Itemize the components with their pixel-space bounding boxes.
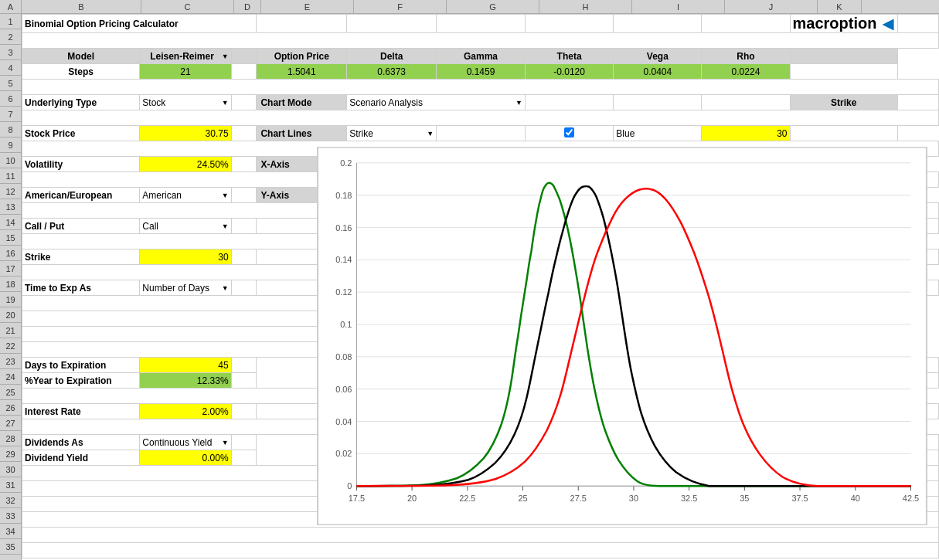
- chart-area: 0 0.02 0.04 0.06 0.08 0.1 0.12 0.14 0.16…: [317, 147, 927, 525]
- empty-f1: [437, 15, 526, 33]
- empty-row17: [22, 265, 347, 280]
- callput-value: Call: [142, 221, 158, 232]
- svg-text:40: 40: [851, 494, 860, 503]
- svg-text:42.5: 42.5: [903, 494, 919, 503]
- row-num-9: 9: [0, 137, 21, 153]
- svg-text:0.12: 0.12: [335, 287, 352, 297]
- row-num-16: 16: [0, 246, 21, 261]
- callput-dropdown[interactable]: Call ▼: [140, 219, 231, 234]
- row-num-7: 7: [0, 107, 21, 122]
- chart-lines-value: Strike: [349, 128, 373, 139]
- model-value: Leisen-Reimer: [150, 51, 214, 62]
- stock-price-input[interactable]: 30.75: [140, 126, 231, 141]
- col-header-j: J: [725, 0, 818, 13]
- row-2: [22, 33, 939, 49]
- grid-area: Binomial Option Pricing Calculator macro…: [22, 14, 939, 560]
- row-num-21: 21: [0, 323, 21, 338]
- row-5: [22, 80, 939, 95]
- row-num-22: 22: [0, 338, 21, 354]
- svg-text:0.18: 0.18: [335, 191, 352, 200]
- model-dropdown[interactable]: Leisen-Reimer ▼: [140, 49, 231, 64]
- interest-input[interactable]: 2.00%: [140, 404, 231, 419]
- dividends-dropdown[interactable]: Continuous Yield ▼: [140, 435, 231, 450]
- chart-mode-dropdown[interactable]: Scenario Analysis ▼: [347, 95, 526, 110]
- strike-input[interactable]: 30: [140, 249, 231, 265]
- timeexp-dropdown[interactable]: Number of Days ▼: [140, 280, 231, 296]
- gamma-value: 0.1459: [437, 64, 526, 80]
- svg-text:37.5: 37.5: [791, 494, 808, 503]
- row-num-1: 1: [0, 14, 21, 29]
- empty-d12: [231, 188, 257, 203]
- timeexp-value: Number of Days: [142, 283, 209, 294]
- empty-d29: [231, 450, 257, 466]
- spreadsheet-container: A B C D E F G H I J K 1 2 3 4 5 6 7 8 9 …: [0, 0, 939, 560]
- volatility-label: Volatility: [22, 157, 140, 172]
- row-num-3: 3: [0, 45, 21, 60]
- dividends-arrow: ▼: [222, 439, 229, 446]
- blue-strike-value[interactable]: 30: [702, 126, 790, 141]
- divyield-input[interactable]: 0.00%: [140, 450, 231, 466]
- volatility-input[interactable]: 24.50%: [140, 157, 231, 172]
- row-num-6: 6: [0, 91, 21, 107]
- row-num-27: 27: [0, 416, 21, 431]
- empty-d28: [231, 435, 257, 450]
- row-8: Stock Price 30.75 Chart Lines Strike ▼ B…: [22, 126, 939, 141]
- chart-mode-arrow: ▼: [515, 99, 522, 107]
- empty-g1: [525, 15, 613, 33]
- row-num-11: 11: [0, 168, 21, 184]
- dividends-label: Dividends As: [22, 435, 140, 450]
- divyield-label: Dividend Yield: [22, 450, 140, 466]
- svg-text:0: 0: [347, 481, 352, 490]
- col-header-f: F: [354, 0, 447, 13]
- timeexp-arrow: ▼: [222, 284, 229, 292]
- empty-row19: [22, 296, 347, 311]
- row-num-8: 8: [0, 122, 21, 137]
- pctyear-label: %Year to Expiration: [22, 373, 140, 389]
- days-input[interactable]: 45: [140, 358, 231, 373]
- empty-i1: [702, 15, 790, 33]
- row-num-4: 4: [0, 60, 21, 76]
- underlying-dropdown[interactable]: Stock ▼: [140, 95, 231, 110]
- empty-row2: [22, 33, 939, 49]
- empty-d8: [231, 126, 257, 141]
- svg-text:0.08: 0.08: [335, 352, 352, 361]
- svg-text:22.5: 22.5: [459, 494, 475, 503]
- svg-text:25: 25: [518, 494, 527, 503]
- american-dropdown[interactable]: American ▼: [140, 188, 231, 203]
- empty-h1: [614, 15, 702, 33]
- american-arrow: ▼: [222, 192, 229, 199]
- svg-text:32.5: 32.5: [681, 494, 697, 503]
- empty-d14: [231, 219, 257, 234]
- rho-header: Rho: [702, 49, 790, 64]
- empty-e1: [347, 15, 437, 33]
- vega-header: Vega: [614, 49, 702, 64]
- row-num-28: 28: [0, 431, 21, 446]
- blue-checkbox[interactable]: [564, 127, 574, 137]
- empty-row20: [22, 311, 347, 327]
- empty-d10: [231, 157, 257, 172]
- gamma-header: Gamma: [437, 49, 526, 64]
- chart-svg: 0 0.02 0.04 0.06 0.08 0.1 0.12 0.14 0.16…: [318, 148, 927, 524]
- row-num-19: 19: [0, 292, 21, 307]
- blue-checkbox-cell[interactable]: [525, 126, 613, 141]
- svg-text:0.14: 0.14: [335, 255, 352, 264]
- empty-d1: [257, 15, 347, 33]
- svg-text:27.5: 27.5: [570, 494, 587, 503]
- chart-lines-arrow: ▼: [427, 130, 434, 137]
- svg-text:0.06: 0.06: [335, 385, 352, 394]
- row-num-10: 10: [0, 153, 21, 168]
- empty-g8: [437, 126, 526, 141]
- empty-d6: [231, 95, 257, 110]
- row-num-35: 35: [0, 539, 21, 555]
- empty-k6: [897, 95, 938, 110]
- row-numbers: 1 2 3 4 5 6 7 8 9 10 11 12 13 14 15 16 1…: [0, 14, 22, 560]
- chart-lines-dropdown[interactable]: Strike ▼: [347, 126, 437, 141]
- svg-text:17.5: 17.5: [349, 494, 365, 503]
- empty-d23: [231, 358, 257, 373]
- row-num-14: 14: [0, 215, 21, 230]
- svg-rect-0: [318, 148, 927, 524]
- theta-value: -0.0120: [525, 64, 613, 80]
- row-num-5: 5: [0, 76, 21, 91]
- steps-input[interactable]: 21: [140, 64, 231, 80]
- row-num-29: 29: [0, 446, 21, 462]
